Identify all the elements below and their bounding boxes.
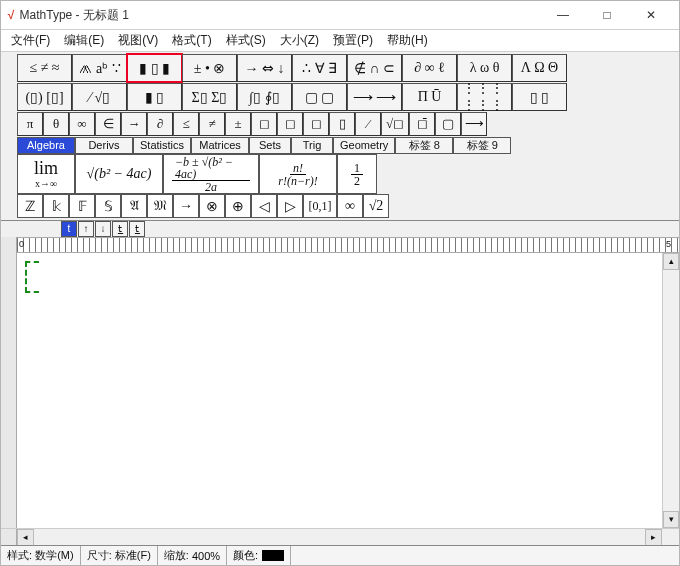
- sym-le[interactable]: ≤: [173, 112, 199, 136]
- mini-4[interactable]: t̲: [112, 221, 128, 237]
- tmpl-arrow[interactable]: ⟶: [461, 112, 487, 136]
- sym-triangle-r[interactable]: ▷: [277, 194, 303, 218]
- sym-bbF[interactable]: 𝔽: [69, 194, 95, 218]
- mini-3[interactable]: ↓: [95, 221, 111, 237]
- tab-9[interactable]: 标签 9: [453, 137, 511, 154]
- tab-8[interactable]: 标签 8: [395, 137, 453, 154]
- palette-operators[interactable]: ± • ⊗: [182, 54, 237, 82]
- tmpl-paren[interactable]: ◻: [251, 112, 277, 136]
- scroll-up-button[interactable]: ▴: [663, 253, 679, 270]
- mini-1[interactable]: t: [61, 221, 77, 237]
- sym-sqrt2[interactable]: √2: [363, 194, 389, 218]
- sym-frakM[interactable]: 𝔐: [147, 194, 173, 218]
- sym-pi[interactable]: π: [17, 112, 43, 136]
- equation-editor[interactable]: [17, 253, 662, 528]
- sym-pm[interactable]: ±: [225, 112, 251, 136]
- scroll-track-v[interactable]: [663, 270, 679, 511]
- scroll-left-button[interactable]: ◂: [17, 529, 34, 546]
- mini-2[interactable]: ↑: [78, 221, 94, 237]
- palette-misc[interactable]: ∂ ∞ ℓ: [402, 54, 457, 82]
- status-zoom[interactable]: 缩放: 400%: [158, 546, 227, 565]
- status-size[interactable]: 尺寸: 标准(F): [81, 546, 158, 565]
- palette-boxes[interactable]: ▯ ▯: [512, 83, 567, 111]
- sym-triangle-l[interactable]: ◁: [251, 194, 277, 218]
- menu-format[interactable]: 格式(T): [166, 30, 217, 51]
- sym-ne[interactable]: ≠: [199, 112, 225, 136]
- formula-limit[interactable]: lim x→∞: [17, 154, 75, 194]
- palette-set-theory[interactable]: ∉ ∩ ⊂: [347, 54, 402, 82]
- tab-geometry[interactable]: Geometry: [333, 137, 395, 154]
- maximize-button[interactable]: □: [585, 1, 629, 29]
- formula-quadratic[interactable]: −b ± √(b² − 4ac) 2a: [163, 154, 259, 194]
- palette-sums[interactable]: Σ▯ Σ▯: [182, 83, 237, 111]
- tmpl-sqrt[interactable]: √◻: [381, 112, 409, 136]
- sym-otimes[interactable]: ⊗: [199, 194, 225, 218]
- tmpl-bar[interactable]: ◻̄: [409, 112, 435, 136]
- tab-derivs[interactable]: Derivs: [75, 137, 133, 154]
- menu-prefs[interactable]: 预置(P): [327, 30, 379, 51]
- menu-help[interactable]: 帮助(H): [381, 30, 434, 51]
- scroll-track-h[interactable]: [34, 529, 645, 545]
- sym-to[interactable]: →: [173, 194, 199, 218]
- sym-partial[interactable]: ∂: [147, 112, 173, 136]
- close-button[interactable]: ✕: [629, 1, 673, 29]
- horizontal-ruler[interactable]: 0 5: [17, 237, 679, 253]
- tab-matrices[interactable]: Matrices: [191, 137, 249, 154]
- palette-embellishments[interactable]: ▮ ▯ ▮: [127, 54, 182, 82]
- tab-statistics[interactable]: Statistics: [133, 137, 191, 154]
- sym-frakA[interactable]: 𝔄: [121, 194, 147, 218]
- palette-fractions[interactable]: ⁄ √▯: [72, 83, 127, 111]
- palette-relational[interactable]: ≤ ≠ ≈: [17, 54, 72, 82]
- status-color[interactable]: 颜色:: [227, 546, 291, 565]
- horizontal-scrollbar[interactable]: ◂ ▸: [1, 528, 679, 545]
- tmpl-bracket[interactable]: ◻: [277, 112, 303, 136]
- sym-oplus[interactable]: ⊕: [225, 194, 251, 218]
- palette-greek-upper[interactable]: Λ Ω Θ: [512, 54, 567, 82]
- sym-bbZ[interactable]: ℤ: [17, 194, 43, 218]
- sym-theta[interactable]: θ: [43, 112, 69, 136]
- sym-bbS[interactable]: 𝕊: [95, 194, 121, 218]
- tmpl-box[interactable]: ▢: [435, 112, 461, 136]
- palette-spaces[interactable]: ⩕ aᵇ ∵: [72, 54, 127, 82]
- formula-sqrt-discriminant[interactable]: √(b² − 4ac): [75, 154, 163, 194]
- palette-arrows[interactable]: → ⇔ ↓: [237, 54, 292, 82]
- scroll-right-button[interactable]: ▸: [645, 529, 662, 546]
- palette-labeled-arrows[interactable]: ⟶ ⟶: [347, 83, 402, 111]
- palette-overbars[interactable]: ▢ ▢: [292, 83, 347, 111]
- vertical-ruler[interactable]: [1, 253, 17, 528]
- menu-style[interactable]: 样式(S): [220, 30, 272, 51]
- ruler-wrap: 0 5: [1, 237, 679, 253]
- menu-view[interactable]: 视图(V): [112, 30, 164, 51]
- tab-sets[interactable]: Sets: [249, 137, 291, 154]
- menu-size[interactable]: 大小(Z): [274, 30, 325, 51]
- statusbar: 样式: 数学(M) 尺寸: 标准(F) 缩放: 400% 颜色:: [1, 545, 679, 565]
- palette-matrices[interactable]: ⋮⋮⋮ ⋮⋮⋮: [457, 83, 512, 111]
- sym-infty[interactable]: ∞: [69, 112, 95, 136]
- formula-half[interactable]: 1 2: [337, 154, 377, 194]
- sym-interval[interactable]: [0,1]: [303, 194, 337, 218]
- status-style[interactable]: 样式: 数学(M): [1, 546, 81, 565]
- tab-algebra[interactable]: Algebra: [17, 137, 75, 154]
- sym-arrow[interactable]: →: [121, 112, 147, 136]
- app-window: √ MathType - 无标题 1 — □ ✕ 文件(F) 编辑(E) 视图(…: [0, 0, 680, 566]
- palette-logical[interactable]: ∴ ∀ ∃: [292, 54, 347, 82]
- tmpl-sub[interactable]: ◻: [303, 112, 329, 136]
- sym-element[interactable]: ∈: [95, 112, 121, 136]
- menu-edit[interactable]: 编辑(E): [58, 30, 110, 51]
- mini-5[interactable]: t̲: [129, 221, 145, 237]
- tmpl-frac[interactable]: ⁄: [355, 112, 381, 136]
- palette-subscripts[interactable]: ▮ ▯: [127, 83, 182, 111]
- sym-infty2[interactable]: ∞: [337, 194, 363, 218]
- palette-fences[interactable]: (▯) [▯]: [17, 83, 72, 111]
- sym-bbk[interactable]: 𝕜: [43, 194, 69, 218]
- scroll-down-button[interactable]: ▾: [663, 511, 679, 528]
- tmpl-sup[interactable]: ▯: [329, 112, 355, 136]
- menu-file[interactable]: 文件(F): [5, 30, 56, 51]
- minimize-button[interactable]: —: [541, 1, 585, 29]
- formula-permutation[interactable]: n! r!(n−r)!: [259, 154, 337, 194]
- vertical-scrollbar[interactable]: ▴ ▾: [662, 253, 679, 528]
- palette-integrals[interactable]: ∫▯ ∮▯: [237, 83, 292, 111]
- palette-products[interactable]: Π Ū: [402, 83, 457, 111]
- tab-trig[interactable]: Trig: [291, 137, 333, 154]
- palette-greek-lower[interactable]: λ ω θ: [457, 54, 512, 82]
